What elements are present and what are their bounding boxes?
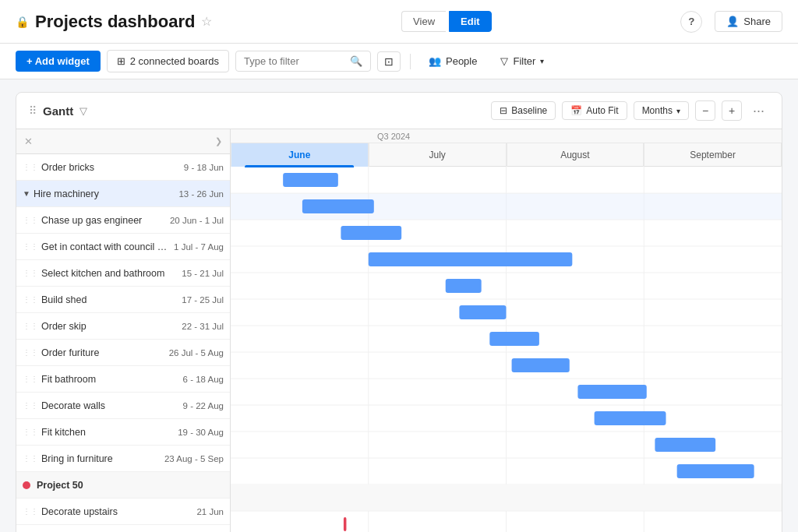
- month-row: June July August September: [231, 143, 782, 167]
- autofit-label: Auto Fit: [586, 105, 618, 116]
- svg-rect-33: [512, 358, 570, 372]
- lock-icon: 🔒: [16, 16, 29, 28]
- icon-btn-1[interactable]: ⊡: [377, 51, 401, 72]
- gantt-title: Gantt: [43, 104, 73, 118]
- row-drag-icon: ⋮⋮: [23, 322, 38, 330]
- gantt-container: ✕ ❯ ⋮⋮ Order bricks 9 - 18 Jun ▼ Hire ma…: [16, 129, 782, 532]
- task-date: 26 Jul - 5 Aug: [169, 348, 224, 358]
- row-drag-icon: ⋮⋮: [23, 163, 38, 171]
- help-button[interactable]: ?: [680, 11, 702, 33]
- row-drag-icon: ⋮⋮: [23, 216, 38, 224]
- table-row: ⋮⋮ Fit bathroom 6 - 18 Aug: [16, 366, 230, 393]
- star-icon[interactable]: ☆: [201, 14, 212, 29]
- task-name: Order furiture: [41, 347, 164, 358]
- gantt-header-right: ⊟ Baseline 📅 Auto Fit Months ▾ − + ···: [491, 100, 769, 121]
- row-drag-icon: ⋮⋮: [23, 375, 38, 383]
- svg-rect-16: [231, 484, 782, 511]
- task-date: 9 - 18 Jun: [184, 163, 224, 172]
- task-name: Chase up gas engineer: [41, 215, 165, 226]
- svg-rect-26: [283, 173, 338, 187]
- search-input[interactable]: [244, 55, 345, 67]
- month-june: June: [231, 143, 369, 167]
- svg-rect-36: [655, 438, 715, 452]
- svg-rect-31: [459, 305, 506, 319]
- search-icon: 🔍: [350, 55, 362, 67]
- svg-rect-28: [341, 226, 401, 240]
- row-drag-icon: ⋮⋮: [23, 401, 38, 410]
- table-row: ⋮⋮ Decorate upstairs 21 Jun: [16, 499, 230, 525]
- task-date: 22 - 31 Jul: [182, 322, 224, 331]
- task-date: 19 - 30 Aug: [178, 428, 224, 437]
- gantt-header-bar: ⠿ Gantt ▽ ⊟ Baseline 📅 Auto Fit Months ▾…: [16, 93, 782, 129]
- gantt-widget: ⠿ Gantt ▽ ⊟ Baseline 📅 Auto Fit Months ▾…: [16, 92, 782, 532]
- quarter-label: Q3 2024: [377, 132, 410, 141]
- filter-label: Filter: [513, 55, 535, 67]
- connected-boards-button[interactable]: ⊞ 2 connected boards: [107, 50, 229, 72]
- top-bar-right: ? 👤 Share: [680, 11, 782, 33]
- svg-rect-34: [577, 385, 646, 399]
- svg-rect-37: [677, 464, 754, 478]
- collapse-icon[interactable]: ❯: [215, 136, 222, 146]
- task-name: Get in contact with council ab...: [41, 241, 169, 252]
- autofit-button[interactable]: 📅 Auto Fit: [562, 101, 627, 120]
- toolbar: + Add widget ⊞ 2 connected boards 🔍 ⊡ 👥 …: [0, 44, 798, 79]
- months-button[interactable]: Months ▾: [634, 101, 689, 120]
- view-edit-toggle: View Edit: [401, 11, 492, 32]
- view-button[interactable]: View: [401, 11, 446, 32]
- task-date: 21 Jun: [196, 507, 224, 516]
- page-title: Projects dashboard: [35, 12, 195, 32]
- timeline-header: Q3 2024 June July August: [231, 129, 782, 167]
- task-date: 1 Jul - 7 Aug: [174, 242, 224, 252]
- task-name: Hire machinery: [34, 188, 175, 199]
- add-widget-button[interactable]: + Add widget: [16, 51, 101, 72]
- task-name: Fit kitchen: [41, 427, 173, 438]
- share-button[interactable]: 👤 Share: [715, 11, 782, 32]
- project-color-dot: [23, 481, 30, 489]
- people-label: People: [446, 55, 477, 67]
- task-date: 17 - 25 Jul: [182, 295, 224, 305]
- svg-rect-29: [369, 252, 573, 266]
- project-name: Project 50: [37, 480, 224, 491]
- edit-button[interactable]: Edit: [449, 11, 492, 32]
- more-options-button[interactable]: ···: [748, 101, 769, 121]
- divider-1: [410, 54, 411, 69]
- month-july: July: [369, 143, 507, 167]
- filter-icon: ▽: [500, 55, 508, 67]
- task-date: 6 - 18 Aug: [183, 375, 224, 384]
- task-name: Build shed: [41, 294, 177, 305]
- people-button[interactable]: 👥 People: [420, 51, 486, 72]
- table-row: ⋮⋮ Get in contact with council ab... 1 J…: [16, 234, 230, 260]
- task-name: Fit bathroom: [41, 374, 178, 385]
- months-label: Months: [642, 105, 673, 116]
- search-box[interactable]: 🔍: [235, 51, 371, 72]
- filter-button[interactable]: ▽ Filter ▾: [492, 51, 553, 72]
- gantt-chart-svg: [231, 167, 782, 532]
- table-row: ⋮⋮ Decorate walls 9 - 22 Aug: [16, 393, 230, 419]
- row-drag-icon: ⋮⋮: [23, 454, 38, 463]
- months-chevron: ▾: [676, 107, 680, 115]
- baseline-button[interactable]: ⊟ Baseline: [491, 101, 556, 120]
- zoom-out-button[interactable]: −: [695, 100, 715, 121]
- row-drag-icon: ⋮⋮: [23, 428, 38, 436]
- table-row: ⋮⋮ Order skip 29 Jun: [16, 525, 230, 532]
- filter-chevron: ▾: [540, 57, 544, 65]
- svg-rect-27: [302, 199, 374, 213]
- table-row: ⋮⋮ Bring in furniture 23 Aug - 5 Sep: [16, 446, 230, 472]
- gantt-filter-icon[interactable]: ▽: [79, 105, 87, 117]
- gantt-left-panel: ✕ ❯ ⋮⋮ Order bricks 9 - 18 Jun ▼ Hire ma…: [16, 129, 231, 532]
- task-date: 9 - 22 Aug: [183, 401, 224, 410]
- task-date: 20 Jun - 1 Jul: [170, 216, 224, 225]
- task-name: Bring in furniture: [41, 453, 160, 464]
- zoom-in-button[interactable]: +: [722, 100, 742, 121]
- svg-rect-38: [344, 517, 347, 531]
- people-icon: 👥: [429, 55, 441, 67]
- task-name: Decorate walls: [41, 400, 178, 411]
- expand-icon[interactable]: ▼: [23, 189, 30, 198]
- top-bar: 🔒 Projects dashboard ☆ View Edit ? 👤 Sha…: [0, 0, 798, 44]
- row-drag-icon: ⋮⋮: [23, 295, 38, 304]
- row-drag-icon: ⋮⋮: [23, 242, 38, 251]
- month-label: June: [288, 150, 310, 160]
- share-label: Share: [743, 16, 771, 27]
- month-label: July: [429, 150, 445, 160]
- month-label: September: [690, 150, 736, 160]
